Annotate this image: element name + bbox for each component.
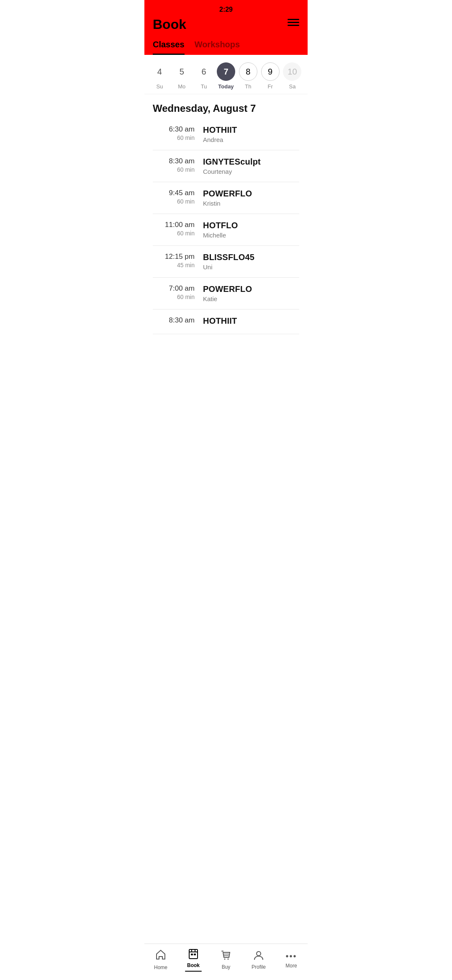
class-info-1: IGNYTESculpt Courtenay (203, 157, 299, 175)
tab-classes[interactable]: Classes (153, 40, 185, 55)
class-info-5: POWERFLO Katie (203, 284, 299, 302)
day-number-7: 7 (217, 62, 235, 81)
class-time-5: 7:00 am 60 min (153, 284, 203, 300)
day-8[interactable]: 8 Th (238, 62, 258, 90)
day-4[interactable]: 4 Su (149, 62, 170, 90)
header-row: Book (153, 17, 299, 40)
day-number-8: 8 (239, 62, 257, 81)
day-label-10: Sa (289, 83, 296, 90)
tab-workshops[interactable]: Workshops (195, 40, 240, 55)
day-label-8: Th (245, 83, 251, 90)
day-10[interactable]: 10 Sa (282, 62, 302, 90)
class-time-6: 8:30 am (153, 316, 203, 325)
filter-icon[interactable] (288, 19, 299, 31)
day-7[interactable]: 7 Today (216, 62, 236, 90)
day-number-4: 4 (150, 62, 169, 81)
status-bar: 2:29 (153, 6, 299, 17)
day-number-5: 5 (172, 62, 191, 81)
day-9[interactable]: 9 Fr (260, 62, 280, 90)
class-info-0: HOTHIIT Andrea (203, 125, 299, 143)
class-time-0: 6:30 am 60 min (153, 125, 203, 141)
svg-rect-5 (292, 25, 293, 26)
svg-rect-0 (288, 19, 299, 20)
day-5[interactable]: 5 Mo (172, 62, 192, 90)
class-item-4[interactable]: 12:15 pm 45 min BLISSFLO45 Uni (153, 246, 299, 278)
class-info-6: HOTHIIT (203, 316, 299, 327)
day-number-9: 9 (261, 62, 280, 81)
day-6[interactable]: 6 Tu (194, 62, 214, 90)
header: 2:29 Book Classes Workshops (144, 0, 308, 55)
day-label-6: Tu (201, 83, 207, 90)
date-heading: Wednesday, August 7 (144, 94, 308, 119)
day-label-7: Today (218, 83, 234, 90)
tabs-row: Classes Workshops (153, 40, 299, 55)
class-item-1[interactable]: 8:30 am 60 min IGNYTESculpt Courtenay (153, 150, 299, 182)
day-label-9: Fr (268, 83, 273, 90)
page-title: Book (153, 17, 186, 32)
day-label-5: Mo (178, 83, 185, 90)
class-info-3: HOTFLO Michelle (203, 221, 299, 239)
class-time-1: 8:30 am 60 min (153, 157, 203, 173)
class-list: 6:30 am 60 min HOTHIIT Andrea 8:30 am 60… (144, 119, 308, 334)
class-time-4: 12:15 pm 45 min (153, 253, 203, 268)
class-item-0[interactable]: 6:30 am 60 min HOTHIIT Andrea (153, 119, 299, 150)
class-item-3[interactable]: 11:00 am 60 min HOTFLO Michelle (153, 214, 299, 246)
svg-rect-4 (295, 22, 297, 23)
day-number-10: 10 (283, 62, 301, 81)
class-item-5[interactable]: 7:00 am 60 min POWERFLO Katie (153, 278, 299, 309)
class-item-2[interactable]: 9:45 am 60 min POWERFLO Kristin (153, 182, 299, 214)
day-label-4: Su (156, 83, 163, 90)
day-number-6: 6 (195, 62, 213, 81)
svg-rect-1 (288, 22, 299, 23)
time-display: 2:29 (219, 6, 233, 13)
class-time-2: 9:45 am 60 min (153, 189, 203, 205)
class-info-4: BLISSFLO45 Uni (203, 253, 299, 271)
class-time-3: 11:00 am 60 min (153, 221, 203, 237)
class-info-2: POWERFLO Kristin (203, 189, 299, 207)
calendar-strip: 4 Su 5 Mo 6 Tu 7 Today 8 Th 9 Fr 10 Sa (144, 55, 308, 94)
class-item-6[interactable]: 8:30 am HOTHIIT (153, 309, 299, 334)
svg-rect-3 (290, 19, 291, 20)
